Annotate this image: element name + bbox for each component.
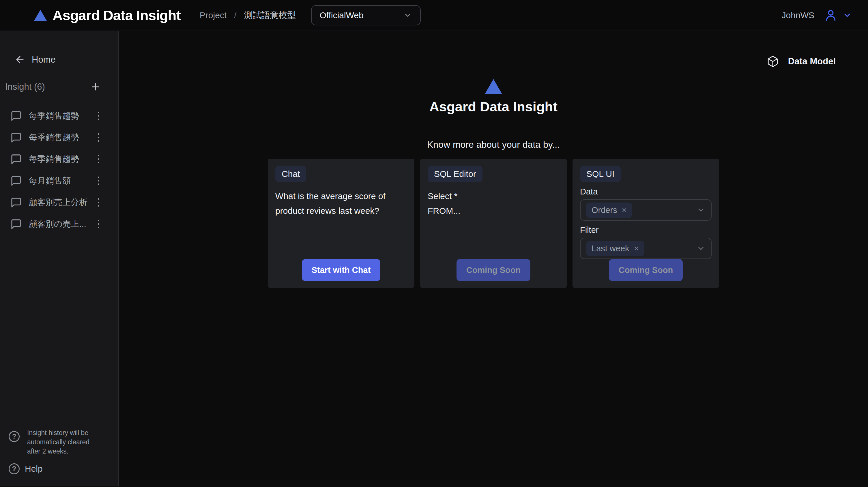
data-select[interactable]: Orders × [580,199,712,221]
question-circle-icon: ? [9,463,20,474]
history-note: ? Insight history will be automatically … [9,428,101,456]
item-menu-button[interactable] [95,175,101,187]
workspace-select[interactable]: OfficialWeb [311,5,421,25]
hero-subtitle: Know more about your data by... [427,139,560,150]
insight-section-title: Insight (6) [5,82,45,92]
sql-ui-card: SQL UI Data Orders × Filter Last week × [572,159,719,288]
start-with-chat-button[interactable]: Start with Chat [302,259,381,281]
chevron-down-icon [696,206,705,214]
chat-bubble-icon [10,154,22,165]
close-icon[interactable]: × [622,206,627,214]
chevron-down-icon [696,244,705,253]
cube-icon [767,55,779,67]
insight-list-item[interactable]: 顧客別の売上... [5,213,101,235]
breadcrumb-model-name[interactable]: 測試語意模型 [244,9,296,21]
insight-item-label: 每季銷售趨勢 [29,110,89,122]
kebab-icon [98,133,99,142]
hero-title: Asgard Data Insight [429,99,558,115]
insight-item-label: 顧客別の売上... [29,218,89,230]
chat-bubble-icon [10,218,22,230]
header-right: JohnWS [782,9,852,22]
data-model-label: Data Model [788,56,836,67]
insight-item-label: 每季銷售趨勢 [29,154,89,165]
insight-item-label: 每季銷售趨勢 [29,132,89,143]
item-menu-button[interactable] [95,218,101,230]
item-menu-button[interactable] [95,153,101,165]
help-label: Help [25,464,43,474]
filter-tag: Last week × [586,241,644,256]
chat-badge: Chat [275,166,306,182]
kebab-icon [98,220,99,228]
item-menu-button[interactable] [95,132,101,143]
insight-item-label: 每月銷售額 [29,175,89,187]
user-icon [824,9,837,22]
item-menu-button[interactable] [95,110,101,122]
back-home-button[interactable]: Home [14,54,101,65]
user-menu-button[interactable] [824,9,852,22]
insight-list-item[interactable]: 每季銷售趨勢 [5,127,101,148]
logo-triangle-icon [34,10,47,21]
top-header: Asgard Data Insight Project / 測試語意模型 Off… [0,0,868,31]
insight-list-item[interactable]: 每季銷售趨勢 [5,105,101,127]
data-model-button[interactable]: Data Model [767,55,836,67]
sql-editor-card: SQL Editor Select * FROM... Coming Soon [420,159,567,288]
chat-bubble-icon [10,132,22,143]
arrow-left-icon [14,54,25,65]
close-icon[interactable]: × [634,244,639,253]
kebab-icon [98,198,99,206]
insight-item-label: 顧客別売上分析 [29,197,89,208]
insight-list: 每季銷售趨勢 每季銷售趨勢 每季銷售趨勢 每月銷售額 顧客別売上分析 [5,105,101,235]
sql-editor-coming-soon-button: Coming Soon [457,259,530,281]
app-title: Asgard Data Insight [53,7,181,23]
new-insight-button[interactable] [89,81,101,93]
filter-select[interactable]: Last week × [580,238,712,259]
kebab-icon [98,112,99,120]
entry-cards: Chat What is the average score of produc… [268,159,719,288]
sidebar: Home Insight (6) 每季銷售趨勢 每季銷售趨勢 每季銷售趨勢 [0,31,119,486]
sql-ui-coming-soon-button: Coming Soon [609,259,683,281]
menu-button[interactable] [16,13,18,18]
chevron-down-icon [403,11,412,20]
item-menu-button[interactable] [95,196,101,208]
chat-card: Chat What is the average score of produc… [268,159,414,288]
username: JohnWS [782,10,814,20]
main-area: Data Model Asgard Data Insight Know more… [119,31,868,486]
workspace-select-value: OfficialWeb [320,10,364,20]
kebab-icon [98,155,99,163]
data-field-label: Data [580,187,598,196]
question-circle-icon: ? [9,431,20,442]
history-note-text: Insight history will be automatically cl… [27,428,101,456]
data-tag: Orders × [586,202,632,218]
sql-editor-sample: Select * FROM... [428,189,460,218]
data-tag-label: Orders [592,205,617,215]
back-home-label: Home [32,55,56,65]
insight-list-item[interactable]: 顧客別売上分析 [5,192,101,213]
sql-ui-badge: SQL UI [580,166,621,182]
sql-editor-badge: SQL Editor [428,166,483,182]
filter-field-label: Filter [580,225,598,235]
chat-bubble-icon [10,175,22,187]
brand: Asgard Data Insight [34,7,181,23]
chat-bubble-icon [10,110,22,122]
kebab-icon [98,176,99,185]
insight-list-item[interactable]: 每月銷售額 [5,170,101,192]
chat-example-question: What is the average score of product rev… [275,189,407,218]
hero-logo-triangle-icon [485,79,502,94]
insight-list-item[interactable]: 每季銷售趨勢 [5,148,101,170]
chat-bubble-icon [10,197,22,208]
filter-tag-label: Last week [592,244,629,253]
chevron-down-icon [843,11,852,20]
plus-icon [90,82,101,92]
help-button[interactable]: ? Help [9,463,101,474]
breadcrumb-separator: / [234,10,236,20]
breadcrumb-project[interactable]: Project [200,10,226,20]
insight-section-header: Insight (6) [5,81,101,93]
